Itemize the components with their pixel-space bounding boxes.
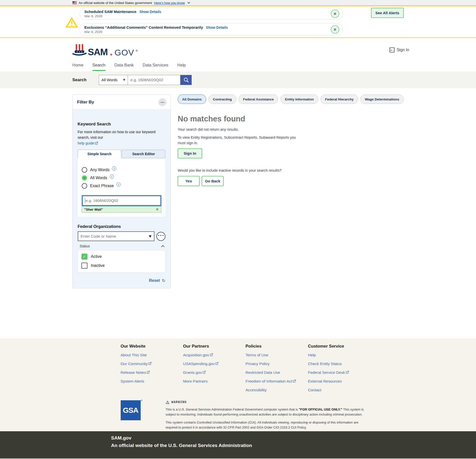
tab-search-editor[interactable]: Search Editor — [122, 150, 165, 158]
identity-footer: SAM.gov An official website of the U.S. … — [0, 431, 476, 459]
radio-any-words-label[interactable]: Any Words — [90, 168, 110, 172]
alert-maintenance: Scheduled SAM Maintenance Show Details M… — [80, 8, 343, 20]
alert-exclusions: Exclusions “Additional Comments” Content… — [80, 23, 343, 35]
footer-link-system-alerts[interactable]: System Alerts — [121, 379, 144, 384]
sam-gov-logo[interactable]: ★ ★ ★ SAM★GOV ® — [72, 43, 138, 57]
footer-link-external-resources[interactable]: External Resources — [308, 379, 342, 384]
checkbox-active[interactable]: ✓ — [81, 254, 87, 260]
footer-link-grants-gov[interactable]: Grants.gov — [183, 370, 202, 375]
radio-exact-phrase-label[interactable]: Exact Phrase — [90, 184, 114, 188]
footer-col-customer-service: Customer Service Help Check Entity Statu… — [308, 342, 371, 394]
results-sign-in-button[interactable]: Sign In — [178, 148, 202, 158]
go-back-button[interactable]: Go Back — [202, 176, 224, 186]
footer-link-release-notes[interactable]: Release Notes — [121, 370, 146, 375]
footer-link-check-entity-status[interactable]: Check Entity Status — [308, 362, 342, 366]
radio-exact-phrase[interactable] — [82, 183, 87, 189]
logo-registered-mark: ® — [136, 49, 138, 52]
alert-close-icon[interactable]: ✕ — [331, 25, 339, 34]
reset-refresh-icon[interactable]: ↻ — [162, 278, 165, 283]
tab-simple-search[interactable]: Simple Search — [78, 150, 121, 158]
warning-paragraph-1: This is a U.S. General Services Administ… — [166, 407, 368, 417]
chevron-up-icon[interactable] — [161, 245, 164, 248]
keyword-input-focus-ring — [82, 195, 162, 206]
search-mode-select[interactable]: All Words ▼ — [99, 75, 128, 85]
keyword-search-input[interactable] — [82, 196, 161, 205]
top-search-input[interactable] — [128, 75, 180, 85]
alert-title: Scheduled SAM Maintenance — [84, 9, 136, 14]
banner-text: An official website of the United States… — [79, 1, 152, 5]
checkbox-inactive-label[interactable]: Inactive — [91, 263, 105, 268]
footer-link-more-partners[interactable]: More Partners — [183, 379, 208, 384]
chip-remove-icon[interactable]: ✕ — [156, 207, 159, 211]
search-submit-button[interactable] — [180, 75, 192, 85]
pill-contracting[interactable]: Contracting — [208, 94, 236, 104]
see-all-alerts-button[interactable]: See All Alerts — [371, 8, 404, 18]
footer-link-privacy-policy[interactable]: Privacy Policy — [246, 362, 270, 366]
footer-link-about-this-site[interactable]: About This Site — [121, 353, 147, 357]
external-link-icon — [210, 353, 213, 357]
nav-item-help[interactable]: Help — [177, 62, 186, 71]
alert-show-details-link[interactable]: Show Details — [206, 25, 228, 29]
pill-federal-assistance[interactable]: Federal Assistance — [239, 94, 278, 104]
nav-item-data-services[interactable]: Data Services — [143, 62, 168, 71]
warning-small-icon — [166, 401, 169, 404]
alert-list: Scheduled SAM Maintenance Show Details M… — [80, 8, 343, 35]
status-options-box: ✓ Active Inactive — [78, 250, 166, 273]
filter-panel-title: Filter By — [77, 100, 94, 105]
no-results-text: Your search did not return any results. — [178, 127, 404, 131]
keyword-chip: "Sher Wali" ✕ — [82, 206, 162, 213]
footer-link-our-community[interactable]: Our Community — [121, 362, 148, 366]
footer-link-terms-of-use[interactable]: Terms of Use — [246, 353, 268, 357]
info-icon[interactable]: i — [116, 182, 121, 187]
logo-sam-text: SAM — [88, 47, 108, 57]
nav-item-home[interactable]: Home — [72, 62, 83, 71]
alert-show-details-link[interactable]: Show Details — [139, 10, 161, 14]
gsa-logo: GSA ® — [121, 400, 141, 430]
yes-button[interactable]: Yes — [178, 176, 200, 186]
pill-federal-hierarchy[interactable]: Federal Hierarchy — [321, 94, 358, 104]
reset-filters-link[interactable]: Reset — [149, 278, 160, 283]
pill-all-domains[interactable]: All Domains — [178, 94, 206, 104]
footer-link-acquisition-gov[interactable]: Acquisition.gov — [183, 353, 209, 357]
checkbox-active-label[interactable]: Active — [91, 254, 102, 259]
status-section-label: Status — [80, 244, 90, 248]
uncle-sam-hat-icon: ★ ★ ★ — [72, 43, 86, 57]
footer-link-usaspending-gov[interactable]: USASpending.gov — [183, 362, 215, 366]
warning-paragraph-2: This system contains Controlled Unclassi… — [166, 420, 368, 430]
external-link-icon — [293, 379, 296, 384]
logo-gov-text: GOV — [114, 48, 134, 57]
federal-org-browse-button[interactable]: ••• — [156, 232, 165, 241]
nav-item-search[interactable]: Search — [92, 62, 105, 71]
main-nav: Home Search Data Bank Data Services Help — [0, 62, 476, 71]
footer-link-federal-service-desk[interactable]: Federal Service Desk — [308, 370, 345, 375]
collapse-filters-button[interactable]: — — [158, 98, 166, 106]
radio-all-words[interactable] — [82, 175, 87, 181]
external-link-icon — [147, 370, 150, 375]
footer-col-heading: Policies — [246, 344, 308, 349]
footer-link-contact[interactable]: Contact — [308, 388, 321, 392]
alert-close-icon[interactable]: ✕ — [331, 9, 339, 18]
footer-link-accessibility[interactable]: Accessibility — [246, 388, 267, 392]
info-icon[interactable]: i — [112, 166, 116, 171]
footer-link-foia[interactable]: Freedom of Information Act — [246, 379, 292, 384]
radio-all-words-label[interactable]: All Words — [90, 176, 107, 180]
info-icon[interactable]: i — [110, 174, 114, 179]
pill-wage-determinations[interactable]: Wage Determinations — [360, 94, 404, 104]
nav-item-data-bank[interactable]: Data Bank — [114, 62, 134, 71]
federal-org-input[interactable] — [78, 231, 155, 241]
header-sign-in[interactable]: ← Sign In — [390, 47, 409, 52]
footer-site-tagline: An official website of the U.S. General … — [111, 443, 404, 448]
footer-col-policies: Policies Terms of Use Privacy Policy Res… — [246, 342, 308, 394]
pill-entity-information[interactable]: Entity Information — [280, 94, 318, 104]
footer-link-help[interactable]: Help — [308, 353, 316, 357]
banner-how-link[interactable]: Here’s how you know — [154, 1, 185, 5]
radio-any-words[interactable] — [82, 167, 87, 173]
gov-banner: An official website of the United States… — [0, 0, 476, 5]
chevron-down-icon[interactable] — [187, 1, 190, 4]
external-link-icon — [203, 370, 206, 375]
footer-link-restricted-data-use[interactable]: Restricted Data Use — [246, 370, 280, 375]
help-guide-link[interactable]: help guide — [78, 141, 94, 145]
warning-triangle-icon — [66, 10, 78, 35]
checkbox-inactive[interactable] — [81, 263, 87, 269]
keyword-search-heading: Keyword Search — [78, 122, 166, 127]
